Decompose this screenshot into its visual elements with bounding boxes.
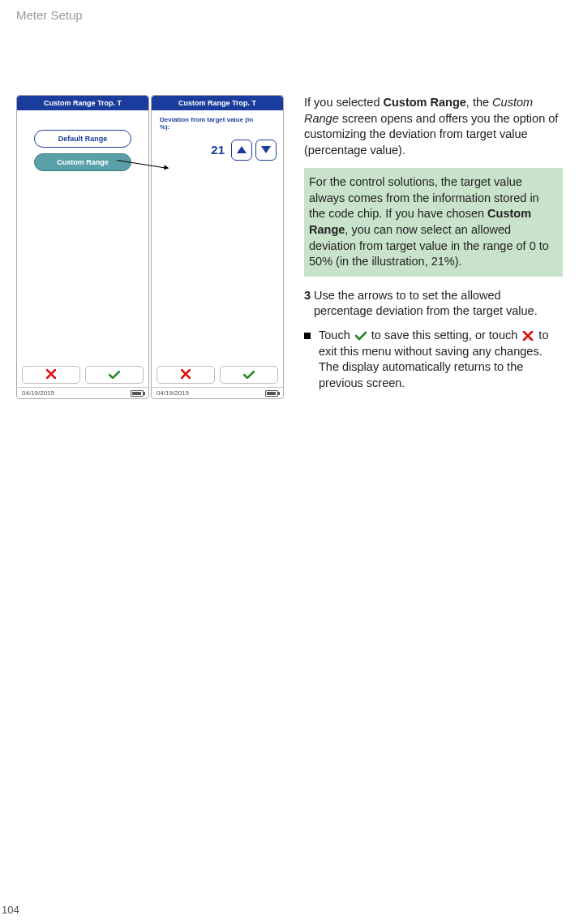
default-range-button[interactable]: Default Range: [34, 130, 131, 148]
screen-left: Custom Range Trop. T Default Range Custo…: [16, 95, 149, 399]
chevron-down-icon: [261, 146, 271, 153]
bullet-text: Touch to save this setting, or touch to …: [319, 328, 563, 392]
close-icon: [522, 328, 534, 344]
percent-row: 21: [158, 140, 277, 161]
page-number: 104: [2, 904, 19, 916]
chevron-up-icon: [237, 146, 247, 153]
page-header: Meter Setup: [16, 0, 563, 22]
intro-paragraph: If you selected Custom Range, the Custom…: [304, 95, 563, 158]
percent-value: 21: [211, 143, 225, 157]
screen-footer: 04/19/2015: [17, 387, 148, 398]
cancel-button[interactable]: [157, 366, 215, 384]
screen-title: Custom Range Trop. T: [152, 96, 283, 110]
check-icon: [355, 328, 367, 344]
screen-footer: 04/19/2015: [152, 387, 283, 398]
footer-date: 04/19/2015: [22, 389, 54, 397]
step-text: Use the arrows to to set the allowed per…: [314, 288, 563, 320]
close-icon: [181, 367, 191, 382]
bullet-icon: [304, 333, 311, 339]
step-number: 3: [304, 288, 314, 320]
action-row: [17, 363, 148, 387]
deviation-label: Deviation from target value (in %):: [160, 117, 257, 131]
instruction-text: If you selected Custom Range, the Custom…: [304, 95, 563, 399]
footer-date: 04/19/2015: [157, 389, 189, 397]
bullet-item: Touch to save this setting, or touch to …: [304, 328, 563, 392]
main: Custom Range Trop. T Default Range Custo…: [16, 95, 563, 399]
note-box: For the control solutions, the target va…: [304, 168, 563, 276]
device-screenshots: Custom Range Trop. T Default Range Custo…: [16, 95, 284, 399]
arrow-down-button[interactable]: [255, 140, 277, 161]
battery-icon: [265, 390, 278, 397]
step-3: 3 Use the arrows to to set the allowed p…: [304, 288, 563, 320]
action-row: [152, 363, 283, 387]
arrow-up-button[interactable]: [231, 140, 252, 161]
custom-range-button[interactable]: Custom Range: [34, 153, 131, 171]
check-icon: [109, 367, 120, 382]
screen-title: Custom Range Trop. T: [17, 96, 148, 110]
check-icon: [243, 367, 255, 382]
screen-right: Custom Range Trop. T Deviation from targ…: [151, 95, 284, 399]
confirm-button[interactable]: [85, 366, 144, 384]
confirm-button[interactable]: [220, 366, 278, 384]
cancel-button[interactable]: [22, 366, 80, 384]
screen-body: Default Range Custom Range: [17, 110, 148, 363]
screen-body: Deviation from target value (in %): 21: [152, 110, 283, 363]
close-icon: [46, 367, 56, 382]
battery-icon: [131, 390, 144, 397]
